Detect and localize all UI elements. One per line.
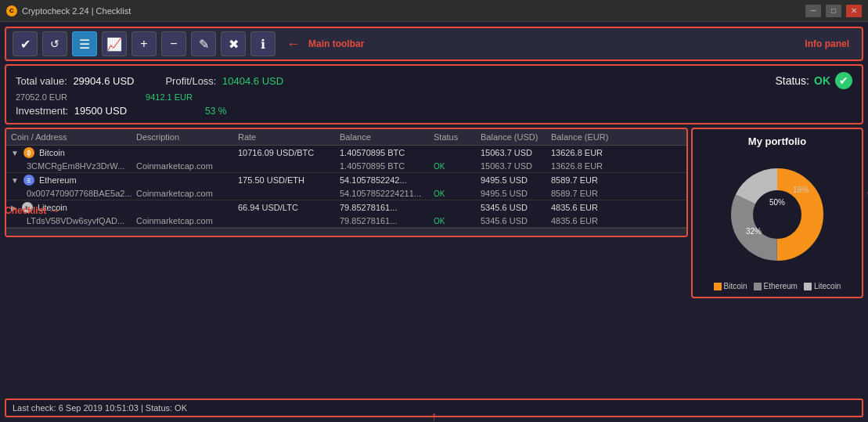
maximize-button[interactable]: □	[826, 5, 841, 17]
ethereum-expand-icon[interactable]: ▼	[11, 176, 19, 185]
portfolio-container: My portfolio 50	[691, 128, 863, 395]
bitcoin-legend-item: Bitcoin	[714, 282, 747, 290]
bitcoin-icon: ₿	[23, 147, 34, 158]
ethereum-legend-label: Ethereum	[764, 282, 798, 290]
ethereum-address: 0x007470907768BAE5a2...	[27, 189, 132, 198]
btc-pct-label: 50%	[769, 198, 785, 207]
bitcoin-row[interactable]: ▼ ₿ Bitcoin 10716.09 USD/BTC 1.40570895 …	[6, 146, 686, 160]
info-button[interactable]: ℹ	[250, 31, 276, 56]
status-value: OK	[814, 74, 830, 87]
portfolio-button[interactable]: ↺	[42, 31, 67, 56]
ethereum-address-cell: 0x007470907768BAE5a2...	[11, 189, 136, 198]
ethereum-rate: 175.50 USD/ETH	[238, 175, 340, 185]
portfolio-panel: My portfolio 50	[691, 128, 863, 298]
ethereum-eur: 8589.7 EUR	[551, 175, 621, 185]
litecoin-sub-row[interactable]: LTdsV58VDw6syvfQAD... Coinmarketcap.com …	[6, 215, 686, 227]
ethereum-sub-status: OK	[434, 189, 481, 198]
col-header-balance-usd: Balance (USD)	[481, 132, 551, 142]
col-header-coin: Coin / Address	[11, 132, 136, 142]
remove-button[interactable]: −	[161, 31, 186, 56]
col-header-balance-eur: Balance (EUR)	[551, 132, 621, 142]
ethereum-icon: Ξ	[23, 175, 34, 186]
total-value-label: Total value: 29904.6 USD	[16, 75, 134, 87]
bitcoin-address: 3CMCRgEm8HVz3DrW...	[27, 161, 124, 171]
total-value-usd: 29904.6 USD	[73, 75, 134, 87]
chart-button[interactable]: 📈	[102, 31, 127, 56]
minimize-button[interactable]: ─	[805, 5, 821, 17]
bitcoin-sub-row[interactable]: 3CMCRgEm8HVz3DrW... Coinmarketcap.com 1.…	[6, 160, 686, 172]
window-title: Cryptocheck 2.24 | Checklist	[22, 6, 131, 16]
title-controls[interactable]: ─ □ ✕	[805, 5, 862, 17]
bitcoin-balance: 1.40570895 BTC	[340, 148, 434, 157]
investment-label: Investment: 19500 USD	[16, 105, 127, 117]
status-bar-container: Last check: 6 Sep 2019 10:51:03 | Status…	[5, 399, 863, 417]
summary-row-1: Total value: 29904.6 USD Profit/Loss: 10…	[16, 72, 852, 89]
ethereum-row[interactable]: ▼ Ξ Ethereum 175.50 USD/ETH 54.105785224…	[6, 173, 686, 187]
ethereum-coin-cell: ▼ Ξ Ethereum	[11, 175, 136, 186]
add-button[interactable]: +	[131, 31, 157, 56]
ethereum-sub-balance: 54.1057852224211...	[340, 189, 434, 198]
bitcoin-legend-label: Bitcoin	[724, 282, 747, 290]
toolbar: ✔ ↺ ☰ 📈 + − ✎ ✖ ℹ ← Main toolbar Info pa…	[5, 27, 863, 61]
bitcoin-address-cell: 3CMCRgEm8HVz3DrW...	[11, 161, 136, 171]
litecoin-row[interactable]: ▶ Ł Litecoin 66.94 USD/LTC 79.85278161..…	[6, 200, 686, 215]
bitcoin-expand-icon[interactable]: ▼	[11, 149, 19, 157]
donut-legend: Bitcoin Ethereum Litecoin	[714, 282, 841, 290]
bitcoin-coin-cell: ▼ ₿ Bitcoin	[11, 147, 136, 158]
total-value-eur: 27052.0 EUR	[16, 92, 67, 102]
litecoin-usd: 5345.6 USD	[481, 203, 551, 212]
col-header-balance: Balance	[340, 132, 434, 142]
bitcoin-group: ▼ ₿ Bitcoin 10716.09 USD/BTC 1.40570895 …	[6, 146, 686, 173]
summary-panel: Total value: 29904.6 USD Profit/Loss: 10…	[5, 64, 863, 124]
list-button[interactable]: ☰	[72, 31, 97, 56]
checklist-arrow-icon: →	[48, 204, 60, 218]
litecoin-legend-dot	[804, 283, 812, 290]
status-bar-text: Last check: 6 Sep 2019 10:51:03 | Status…	[13, 403, 187, 413]
main-toolbar-label: Main toolbar	[308, 38, 364, 49]
ethereum-sub-row[interactable]: 0x007470907768BAE5a2... Coinmarketcap.co…	[6, 187, 686, 200]
litecoin-eur: 4835.6 EUR	[551, 203, 621, 212]
litecoin-group: ▶ Ł Litecoin 66.94 USD/LTC 79.85278161..…	[6, 200, 686, 228]
profit-loss-label: Profit/Loss: 10404.6 USD	[165, 75, 283, 87]
close-button[interactable]: ✕	[846, 5, 862, 17]
col-header-rate: Rate	[238, 132, 340, 142]
status-ok: Status: OK ✔	[775, 72, 852, 89]
settings-button[interactable]: ✖	[221, 31, 246, 56]
toolbar-arrow-icon: ←	[286, 36, 301, 52]
investment-value: 19500 USD	[74, 105, 127, 117]
ethereum-sub-usd: 9495.5 USD	[481, 189, 551, 198]
table-header: Coin / Address Description Rate Balance …	[6, 129, 686, 146]
ethereum-balance: 54.1057852242...	[340, 175, 434, 185]
bitcoin-eur: 13626.8 EUR	[551, 148, 621, 157]
table-body[interactable]: ▼ ₿ Bitcoin 10716.09 USD/BTC 1.40570895 …	[6, 146, 686, 228]
bitcoin-legend-dot	[714, 283, 722, 290]
col-header-status: Status	[434, 132, 481, 142]
litecoin-sub-status: OK	[434, 217, 481, 225]
bitcoin-rate: 10716.09 USD/BTC	[238, 148, 340, 157]
checklist-label: Checklist →	[5, 204, 60, 218]
ethereum-legend-dot	[754, 283, 762, 290]
litecoin-legend-label: Litecoin	[814, 282, 841, 290]
title-bar: C Cryptocheck 2.24 | Checklist ─ □ ✕	[0, 0, 868, 22]
check-button[interactable]: ✔	[13, 31, 38, 56]
ethereum-usd: 9495.5 USD	[481, 175, 551, 185]
profit-loss-pct: 53 %	[205, 106, 226, 117]
litecoin-rate: 66.94 USD/LTC	[238, 203, 340, 212]
litecoin-sub-usd: 5345.6 USD	[481, 216, 551, 225]
checklist-panel: Coin / Address Description Rate Balance …	[5, 128, 688, 237]
edit-button[interactable]: ✎	[191, 31, 216, 56]
litecoin-balance: 79.85278161...	[340, 203, 434, 212]
bitcoin-sub-status: OK	[434, 162, 481, 171]
summary-row-3: Investment: 19500 USD 53 %	[16, 105, 852, 117]
litecoin-sub-desc: Coinmarketcap.com	[136, 216, 238, 225]
bitcoin-label: Bitcoin	[39, 148, 65, 157]
col-header-desc: Description	[136, 132, 238, 142]
bitcoin-sub-eur: 13626.8 EUR	[551, 161, 621, 171]
bitcoin-sub-usd: 15063.7 USD	[481, 161, 551, 171]
litecoin-legend-item: Litecoin	[804, 282, 841, 290]
status-label: Status:	[775, 74, 809, 87]
horizontal-scrollbar[interactable]	[6, 228, 686, 236]
eth-pct-label: 32%	[746, 227, 762, 236]
litecoin-sub-balance: 79.85278161...	[340, 216, 434, 225]
portfolio-title: My portfolio	[748, 135, 806, 147]
